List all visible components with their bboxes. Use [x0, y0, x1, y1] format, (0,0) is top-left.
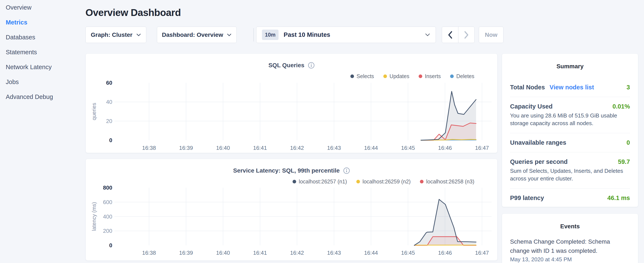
metrics-overview-page: Overview Metrics Databases Statements Ne… [0, 0, 644, 263]
summary-label: Total Nodes [510, 84, 545, 91]
event-timestamp: May 13, 2020 at 4:45 PM [510, 256, 630, 263]
y-axis-label: queries [91, 103, 97, 120]
summary-label: Unavailable ranges [510, 139, 566, 146]
summary-label: Capacity Used [510, 103, 552, 110]
sidebar-item-statements[interactable]: Statements [0, 45, 86, 60]
y-tick-label: 800 [103, 184, 112, 191]
x-tick-label: 16:45 [401, 249, 415, 256]
summary-row-queries-per-second: Queries per second 59.7 Sum of Selects, … [510, 152, 630, 188]
summary-row-unavailable-ranges: Unavailable ranges 0 [510, 133, 630, 152]
sidebar-item-overview[interactable]: Overview [0, 0, 86, 15]
sidebar-item-network-latency[interactable]: Network Latency [0, 60, 86, 75]
y-axis-label: latency (ms) [91, 202, 97, 231]
x-tick-label: 16:39 [179, 249, 193, 256]
summary-description: Sum of Selects, Updates, Inserts, and De… [510, 167, 630, 182]
sidebar-item-advanced-debug[interactable]: Advanced Debug [0, 89, 86, 104]
next-time-button[interactable] [458, 27, 474, 43]
x-tick-label: 16:39 [179, 145, 193, 151]
sidebar-item-jobs[interactable]: Jobs [0, 75, 86, 89]
summary-title: Summary [510, 63, 630, 70]
summary-value: 59.7 [618, 158, 630, 165]
now-button[interactable]: Now [479, 27, 504, 43]
x-tick-label: 16:41 [253, 249, 267, 256]
event-message: Schema Change Completed: Schema change w… [510, 237, 616, 255]
view-nodes-list-link[interactable]: View nodes list [550, 84, 594, 91]
summary-value: 0 [626, 139, 630, 146]
dashboard-dropdown[interactable]: Dashboard: Overview [157, 27, 237, 43]
x-tick-label: 16:40 [216, 249, 230, 256]
graph-dropdown[interactable]: Graph: Cluster [86, 27, 146, 43]
chevron-down-icon [227, 34, 232, 36]
x-tick-label: 16:45 [401, 145, 415, 151]
time-range-label: Past 10 Minutes [284, 31, 421, 38]
summary-value: 46.1 ms [608, 194, 630, 201]
x-tick-label: 16:47 [475, 249, 489, 256]
sql-queries-chart-card: SQL Queries SelectsUpdatesInsertsDeletes… [86, 53, 498, 153]
time-step-button-group [442, 27, 474, 43]
events-title: Events [510, 223, 630, 230]
y-tick-label: 60 [106, 80, 112, 86]
x-tick-label: 16:44 [364, 145, 378, 151]
y-tick-label: 200 [103, 228, 112, 234]
time-range-badge: 10m [262, 30, 278, 40]
summary-row-capacity-used: Capacity Used 0.01% You are using 28.6 M… [510, 97, 630, 133]
y-tick-label: 40 [106, 99, 112, 105]
chevron-down-icon [136, 34, 141, 36]
x-tick-label: 16:46 [438, 145, 452, 151]
sidebar: Overview Metrics Databases Statements Ne… [0, 0, 86, 263]
x-tick-label: 16:40 [216, 145, 230, 151]
x-tick-label: 16:44 [364, 249, 378, 256]
time-range-selector[interactable]: 10m Past 10 Minutes [256, 27, 436, 43]
summary-label: Queries per second [510, 158, 568, 165]
previous-time-button[interactable] [442, 27, 458, 43]
events-panel: Events Schema Change Completed: Schema c… [502, 213, 638, 263]
summary-row-p99-latency: P99 latency 46.1 ms [510, 188, 630, 207]
service-latency-chart: 16:3816:3916:4016:4116:4216:4316:4416:45… [86, 159, 498, 261]
x-tick-label: 16:42 [290, 145, 304, 151]
x-tick-label: 16:38 [142, 249, 156, 256]
graph-dropdown-label: Graph: Cluster [91, 32, 132, 38]
summary-description: You are using 28.6 MiB of 515.9 GiB usab… [510, 112, 630, 127]
sidebar-item-metrics[interactable]: Metrics [0, 15, 86, 30]
summary-label: P99 latency [510, 194, 544, 201]
chevron-down-icon [425, 33, 430, 36]
dashboard-dropdown-label: Dashboard: Overview [162, 32, 223, 38]
x-tick-label: 16:41 [253, 145, 267, 151]
x-tick-label: 16:43 [327, 249, 341, 256]
sidebar-item-databases[interactable]: Databases [0, 30, 86, 45]
service-latency-chart-card: Service Latency: SQL, 99th percentile lo… [86, 159, 498, 261]
x-tick-label: 16:42 [290, 249, 304, 256]
y-tick-label: 0 [109, 137, 112, 143]
page-title: Overview Dashboard [86, 7, 181, 18]
x-tick-label: 16:43 [327, 145, 341, 151]
summary-value: 3 [626, 84, 630, 91]
y-tick-label: 20 [106, 118, 112, 124]
x-tick-label: 16:38 [142, 145, 156, 151]
y-tick-label: 0 [109, 242, 112, 248]
summary-panel: Summary Total Nodes View nodes list 3 Ca… [502, 53, 638, 207]
x-tick-label: 16:46 [438, 249, 452, 256]
sql-queries-chart: 16:3816:3916:4016:4116:4216:4316:4416:45… [86, 54, 498, 153]
y-tick-label: 400 [103, 213, 112, 220]
summary-row-total-nodes: Total Nodes View nodes list 3 [510, 78, 630, 97]
summary-value: 0.01% [612, 103, 630, 110]
y-tick-label: 600 [103, 199, 112, 205]
toolbar-divider [254, 28, 254, 42]
x-tick-label: 16:47 [475, 145, 489, 151]
